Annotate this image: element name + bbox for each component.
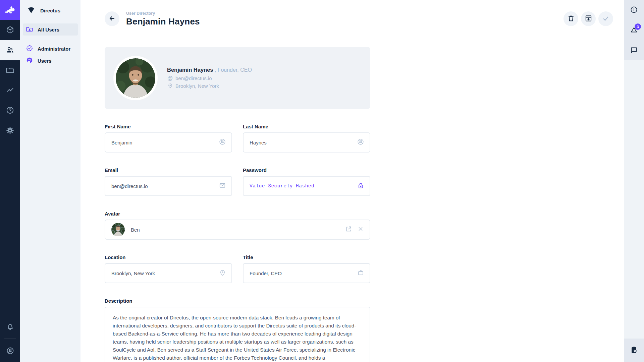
external-link-icon[interactable] [345,225,352,234]
module-bar-spacer [0,141,20,317]
user-face-icon [26,57,33,65]
main-content: User Directory Benjamin Haynes [80,0,624,362]
avatar-thumbnail [111,223,125,236]
notification-badge: 3 [635,23,641,30]
module-user-directory[interactable] [0,40,20,60]
field-location: Location Brooklyn, New York [105,254,232,283]
user-summary-card: Benjamin Haynes , Founder, CEO @ ben@dir… [105,47,370,109]
nav-item-label: All Users [38,27,59,33]
directus-logo[interactable] [0,0,20,20]
trash-icon [567,14,575,23]
module-insights[interactable] [0,80,20,101]
user-location: Brooklyn, New York [175,83,219,89]
save-button[interactable] [598,11,613,26]
page-title: Benjamin Haynes [126,16,200,27]
field-last-name: Last Name Haynes [243,124,370,153]
module-files[interactable] [0,60,20,80]
account-circle-icon [6,347,14,356]
location-input[interactable]: Brooklyn, New York [105,263,232,283]
field-label: First Name [105,124,232,129]
project-fan-icon [27,5,36,15]
people-icon [6,46,14,55]
description-textarea[interactable]: As the original creator of Directus, the… [105,307,370,362]
folder-icon [6,66,14,75]
nav-item-all-users[interactable]: All Users [23,23,78,36]
directus-rabbit-icon [4,3,16,17]
trend-line-icon [6,86,14,96]
field-label: Description [105,298,370,304]
breadcrumb[interactable]: User Directory [126,11,200,16]
comments-section-button[interactable] [624,40,644,60]
map-pin-icon [167,83,173,89]
briefcase-icon [357,269,364,278]
close-icon[interactable] [357,225,364,234]
module-bar-divider [4,339,16,339]
module-content[interactable] [0,20,20,40]
notifications-button[interactable] [0,317,20,337]
nav-divider [24,39,78,39]
field-label: Avatar [105,211,370,217]
password-input[interactable]: Value Securely Hashed [243,176,370,196]
field-label: Password [243,167,370,173]
back-button[interactable] [105,11,119,26]
email-input[interactable]: ben@directus.io [105,176,232,196]
sidebar-sections: 3 [624,0,644,60]
verified-badge-icon [26,45,33,53]
field-password: Password Value Securely Hashed [243,167,370,196]
revisions-button[interactable] [624,339,644,362]
field-first-name: First Name Benjamin [105,124,232,153]
nav-items: All Users Administrator Users [20,21,80,69]
page-header: User Directory Benjamin Haynes [80,0,624,32]
arrow-left-icon [108,14,116,23]
user-location-line: Brooklyn, New York [167,83,252,89]
title-block: User Directory Benjamin Haynes [126,11,200,27]
module-help[interactable] [0,101,20,121]
info-circle-icon [630,6,638,15]
account-circle-icon [357,138,364,147]
field-title: Title Founder, CEO [243,254,370,283]
user-avatar [113,56,158,100]
folder-user-icon [26,25,33,34]
help-circle-icon [6,106,14,116]
field-label: Email [105,167,232,173]
account-button[interactable] [0,341,20,362]
avatar-input[interactable]: Ben [105,220,370,240]
nav-item-administrator[interactable]: Administrator [23,43,78,55]
lock-icon [357,182,364,190]
user-email-line: @ ben@directus.io [167,75,252,81]
field-label: Title [243,254,370,260]
title-input[interactable]: Founder, CEO [243,263,370,283]
user-form: Benjamin Haynes , Founder, CEO @ ben@dir… [105,47,370,362]
comment-bubble-icon [630,46,638,55]
nav-item-label: Administrator [38,46,70,52]
envelope-icon [219,182,226,190]
nav-sidebar: Directus All Users Administrator [20,0,80,362]
at-icon: @ [167,75,173,81]
last-name-input[interactable]: Haynes [243,132,370,153]
user-card-info: Benjamin Haynes , Founder, CEO @ ben@dir… [167,67,252,89]
module-settings[interactable] [0,121,20,141]
nav-item-label: Users [38,58,52,64]
archive-button[interactable] [581,11,596,26]
field-label: Last Name [243,124,370,129]
project-header[interactable]: Directus [20,0,80,21]
notifications-section-button[interactable]: 3 [624,20,644,40]
module-bar [0,0,20,362]
sidebar-filler [624,60,644,339]
cube-icon [6,25,14,35]
archive-icon [585,14,592,23]
gear-icon [6,126,14,136]
check-icon [602,14,610,23]
sidebar-bottom-section [624,339,644,362]
field-email: Email ben@directus.io [105,167,232,196]
nav-item-users[interactable]: Users [23,55,78,67]
account-circle-icon [219,138,226,147]
field-label: Location [105,254,232,260]
project-name: Directus [40,8,60,13]
user-email: ben@directus.io [175,75,212,81]
first-name-input[interactable]: Benjamin [105,132,232,153]
right-sidebar: 3 [624,0,644,362]
field-description: Description As the original creator of D… [105,298,370,362]
info-section-button[interactable] [624,0,644,20]
delete-button[interactable] [564,11,578,26]
